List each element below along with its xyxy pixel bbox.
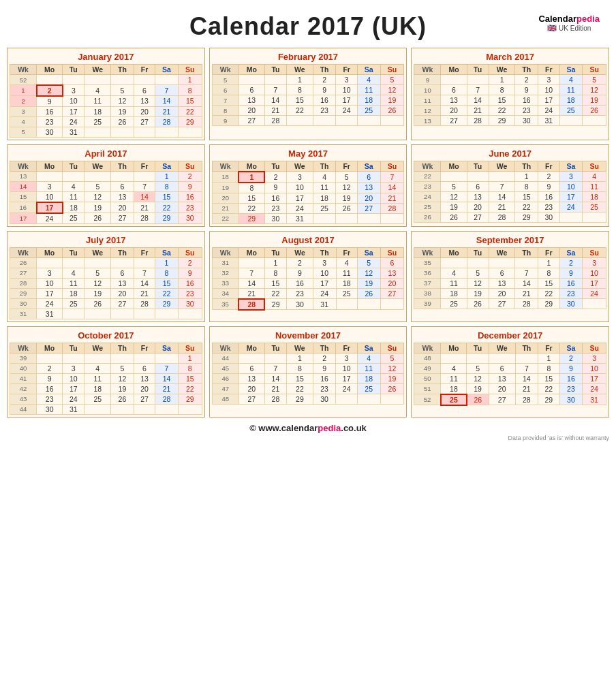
day-cell-mo: 23 (37, 394, 63, 404)
col-header-mo: Mo (37, 247, 63, 257)
day-cell-su: 16 (178, 278, 202, 288)
week-row: 19891011121314 (212, 183, 404, 193)
day-cell-wk: 32 (212, 268, 238, 278)
day-cell-su (583, 212, 606, 222)
day-cell-th: 15 (515, 191, 538, 202)
day-cell-fr: 24 (336, 106, 357, 116)
day-cell-th (111, 257, 134, 268)
col-header-wk: Wk (10, 247, 37, 257)
day-cell-fr (336, 394, 357, 404)
day-cell-th: 13 (111, 278, 134, 288)
day-cell-tu: 3 (63, 363, 84, 373)
day-cell-su: 10 (583, 268, 606, 278)
day-cell-su: 21 (380, 193, 404, 203)
day-cell-mo (37, 75, 63, 85)
month-title: September 2017 (414, 234, 606, 247)
day-cell-th: 20 (111, 202, 134, 213)
col-header-sa: Sa (559, 343, 583, 353)
month-table: WkMoTuWeThFrSaSu181234567198910111213142… (212, 161, 405, 224)
day-cell-tu: 17 (63, 106, 84, 116)
day-cell-sa: 17 (559, 191, 583, 202)
day-cell-wk: 31 (10, 309, 37, 319)
day-cell-we: 18 (84, 106, 111, 116)
col-header-wk: Wk (10, 65, 37, 75)
day-cell-wk: 11 (414, 95, 441, 106)
day-cell-wk: 24 (414, 191, 441, 202)
month-block-3: March 2017WkMoTuWeThFrSaSu91234510678910… (411, 48, 609, 140)
day-cell-we (84, 257, 111, 268)
day-cell-wk: 26 (10, 257, 37, 268)
day-cell-tu (63, 257, 84, 268)
col-header-we: We (287, 65, 313, 75)
day-cell-we: 29 (489, 116, 515, 126)
day-cell-we: 22 (287, 383, 313, 394)
day-cell-wk: 28 (10, 278, 37, 288)
day-cell-wk: 49 (414, 363, 441, 373)
day-cell-sa (559, 116, 583, 126)
col-header-fr: Fr (538, 247, 559, 257)
day-cell-sa: 18 (357, 95, 380, 106)
week-row: 3818192021222324 (414, 288, 606, 298)
day-cell-sa: 30 (559, 394, 583, 405)
day-cell-su: 15 (178, 373, 202, 383)
week-row: 132728293031 (414, 116, 606, 126)
day-cell-wk: 45 (212, 363, 238, 373)
day-cell-sa: 26 (357, 288, 380, 299)
day-cell-th: 7 (515, 268, 538, 278)
col-header-fr: Fr (336, 65, 357, 75)
day-cell-tu: 4 (63, 181, 84, 191)
day-cell-fr: 3 (336, 75, 357, 85)
week-row: 221234 (414, 171, 606, 181)
month-table: WkMoTuWeThFrSaSu221234235678910112412131… (414, 161, 606, 223)
col-header-su: Su (178, 161, 202, 171)
day-cell-tu: 3 (63, 85, 84, 96)
day-cell-mo: 25 (441, 298, 467, 309)
day-cell-th: 7 (515, 363, 538, 373)
day-cell-su: 5 (380, 353, 404, 363)
day-cell-th (515, 257, 538, 268)
day-cell-sa: 8 (155, 268, 179, 278)
col-header-tu: Tu (264, 247, 286, 257)
day-cell-mo: 13 (441, 95, 467, 106)
day-cell-tu (63, 353, 84, 363)
col-header-mo: Mo (238, 161, 264, 172)
day-cell-fr: 10 (336, 85, 357, 95)
week-row: 35123 (414, 257, 606, 268)
day-cell-fr: 12 (336, 183, 357, 193)
day-cell-su: 3 (583, 353, 606, 363)
day-cell-th: 23 (313, 383, 336, 394)
week-row: 3421222324252627 (212, 288, 404, 299)
day-cell-tu: 4 (63, 268, 84, 278)
day-cell-we: 3 (287, 172, 313, 183)
day-cell-th (111, 309, 134, 319)
col-header-wk: Wk (414, 343, 441, 353)
day-cell-mo: 9 (37, 373, 63, 383)
day-cell-wk: 27 (10, 268, 37, 278)
week-row: 53031 (10, 127, 202, 137)
month-block-8: August 2017WkMoTuWeThFrSaSu3112345632789… (209, 231, 407, 322)
day-cell-we (489, 171, 515, 181)
day-cell-su: 19 (380, 373, 404, 383)
day-cell-tu: 15 (264, 278, 286, 288)
day-cell-sa: 15 (155, 278, 179, 288)
day-cell-wk: 39 (10, 353, 37, 363)
col-header-we: We (287, 161, 313, 172)
day-cell-we: 21 (489, 202, 515, 212)
day-cell-we: 4 (84, 363, 111, 373)
day-cell-wk: 34 (212, 288, 238, 299)
day-cell-mo (441, 257, 467, 268)
col-header-mo: Mo (238, 343, 264, 353)
day-cell-su: 2 (178, 257, 202, 268)
day-cell-we: 13 (489, 278, 515, 288)
day-cell-th: 16 (313, 373, 336, 383)
month-table: WkMoTuWeThFrSaSu441234545678910111246131… (212, 343, 405, 405)
month-title: August 2017 (212, 234, 405, 247)
day-cell-sa: 1 (155, 257, 179, 268)
day-cell-we (489, 257, 515, 268)
day-cell-we (489, 353, 515, 363)
day-cell-we: 20 (489, 383, 515, 394)
day-cell-tu: 11 (63, 191, 84, 202)
day-cell-th: 3 (313, 257, 336, 268)
day-cell-wk: 3 (10, 106, 37, 116)
col-header-we: We (84, 247, 111, 257)
